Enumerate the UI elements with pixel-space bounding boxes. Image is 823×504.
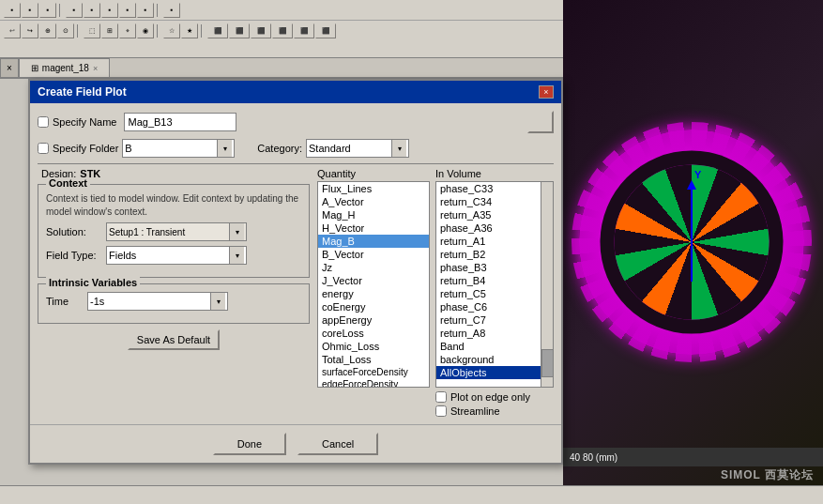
- toolbar-btn-1[interactable]: ▪: [4, 3, 21, 18]
- volume-item-phase-c33[interactable]: phase_C33: [436, 182, 553, 195]
- create-field-plot-dialog: Create Field Plot × Specify Name Mag_B13…: [28, 79, 563, 465]
- specify-name-checkbox[interactable]: [38, 116, 49, 128]
- toolbar-btn-r2-8[interactable]: ◉: [137, 23, 154, 38]
- scrollbar-indicator: [541, 182, 553, 387]
- toolbar-btn-r2-15[interactable]: ⬛: [294, 23, 314, 38]
- toolbar-btn-r2-12[interactable]: ⬛: [229, 23, 250, 38]
- solution-value: Setup1 : Transient: [109, 227, 229, 237]
- save-as-default-button[interactable]: Save As Default: [128, 329, 220, 350]
- quantity-listbox[interactable]: Flux_Lines A_Vector Mag_H H_Vector Mag_B…: [317, 181, 430, 388]
- quantity-item-appenergy[interactable]: appEnergy: [318, 313, 429, 327]
- toolbar-btn-r2-13[interactable]: ⬛: [251, 23, 271, 38]
- toolbar-btn-8[interactable]: ▪: [137, 3, 154, 18]
- quantity-section: Quantity Flux_Lines A_Vector Mag_H H_Vec…: [317, 168, 430, 417]
- time-dropdown[interactable]: -1s ▾: [87, 292, 228, 311]
- context-group-label: Context: [46, 177, 90, 189]
- toolbar-btn-3[interactable]: ▪: [39, 3, 56, 18]
- toolbar-btn-2[interactable]: ▪: [22, 3, 38, 18]
- toolbar-btn-r2-1[interactable]: ↩: [4, 23, 21, 38]
- quantity-item-mag-h[interactable]: Mag_H: [318, 208, 429, 221]
- quantity-item-a-vector[interactable]: A_Vector: [318, 195, 429, 208]
- quantity-item-surface-force[interactable]: surfaceForceDensity: [318, 366, 429, 378]
- tab-label: magent_18: [42, 63, 89, 73]
- streamline-checkbox[interactable]: [435, 405, 447, 417]
- quantity-item-total-loss[interactable]: Total_Loss: [318, 353, 429, 366]
- solution-label: Solution:: [46, 226, 102, 237]
- field-type-value: Fields: [109, 250, 229, 261]
- volume-item-phase-c6[interactable]: phase_C6: [436, 300, 553, 313]
- toolbar-area: ▪ ▪ ▪ ▪ ▪ ▪ ▪ ▪ ▪ ↩ ↪ ⊕ ⊙ ⬚ ⊞ ⌖ ◉ ☆ ★: [0, 0, 563, 58]
- category-dropdown[interactable]: Standard ▾: [306, 139, 409, 158]
- tab-magent18[interactable]: ⊞ magent_18 ×: [19, 58, 110, 77]
- volume-item-return-a35[interactable]: return_A35: [436, 208, 553, 221]
- toolbar-btn-9[interactable]: ▪: [163, 3, 180, 18]
- quantity-item-jz[interactable]: Jz: [318, 261, 429, 274]
- solution-arrow[interactable]: ▾: [229, 223, 244, 240]
- quantity-item-b-vector[interactable]: B_Vector: [318, 248, 429, 261]
- quantity-item-energy[interactable]: energy: [318, 287, 429, 300]
- toolbar-btn-4[interactable]: ▪: [66, 3, 83, 18]
- tab-close-x[interactable]: ×: [93, 64, 98, 73]
- in-volume-label: In Volume: [435, 168, 554, 179]
- dialog-title: Create Field Plot: [38, 85, 127, 99]
- volume-item-return-c5[interactable]: return_C5: [436, 287, 553, 300]
- specify-name-input[interactable]: [124, 113, 236, 131]
- volume-item-all-objects[interactable]: AllObjects: [436, 366, 553, 379]
- intrinsic-variables-label: Intrinsic Variables: [46, 277, 140, 288]
- toolbar-btn-6[interactable]: ▪: [101, 3, 118, 18]
- dialog-close-button[interactable]: ×: [539, 85, 554, 99]
- cancel-button[interactable]: Cancel: [297, 433, 378, 455]
- quantity-item-h-vector[interactable]: H_Vector: [318, 221, 429, 235]
- dialog-footer: Done Cancel: [30, 424, 561, 463]
- quantity-item-ohmic-loss[interactable]: Ohmic_Loss: [318, 340, 429, 353]
- specify-folder-checkbox[interactable]: [38, 143, 49, 154]
- volume-item-return-c7[interactable]: return_C7: [436, 313, 553, 327]
- toolbar-btn-r2-16[interactable]: ⬛: [315, 23, 336, 38]
- field-type-dropdown[interactable]: Fields ▾: [106, 246, 247, 265]
- tab-close-btn[interactable]: ×: [0, 58, 19, 77]
- volume-item-band[interactable]: Band: [436, 340, 553, 353]
- watermark: SIMOL 西莫论坛: [721, 467, 814, 483]
- time-label: Time: [46, 296, 84, 307]
- toolbar-btn-r2-6[interactable]: ⊞: [101, 23, 118, 38]
- in-volume-listbox[interactable]: phase_C33 return_C34 return_A35 phase_A3…: [435, 181, 554, 388]
- toolbar-btn-r2-3[interactable]: ⊕: [39, 23, 56, 38]
- toolbar-btn-5[interactable]: ▪: [84, 3, 100, 18]
- toolbar-btn-r2-2[interactable]: ↪: [22, 23, 38, 38]
- volume-item-phase-a36[interactable]: phase_A36: [436, 221, 553, 235]
- plot-edge-only-checkbox[interactable]: [435, 391, 447, 403]
- category-dropdown-arrow[interactable]: ▾: [391, 140, 406, 157]
- quantity-item-coreloss[interactable]: coreLoss: [318, 327, 429, 340]
- volume-item-return-a8[interactable]: return_A8: [436, 327, 553, 340]
- toolbar-btn-r2-4[interactable]: ⊙: [57, 23, 74, 38]
- toolbar-btn-r2-9[interactable]: ☆: [163, 23, 180, 38]
- quantity-item-j-vector[interactable]: J_Vector: [318, 274, 429, 287]
- quantity-item-mag-b[interactable]: Mag_B: [318, 235, 429, 248]
- toolbar-btn-r2-11[interactable]: ⬛: [207, 23, 228, 38]
- toolbar-btn-r2-14[interactable]: ⬛: [272, 23, 293, 38]
- folder-dropdown-arrow[interactable]: ▾: [217, 140, 232, 157]
- volume-item-phase-b3[interactable]: phase_B3: [436, 261, 553, 274]
- toolbar-btn-r2-7[interactable]: ⌖: [119, 23, 136, 38]
- quantity-item-flux-lines[interactable]: Flux_Lines: [318, 182, 429, 195]
- volume-item-return-b4[interactable]: return_B4: [436, 274, 553, 287]
- quantity-item-edge-force[interactable]: edgeForceDensity: [318, 378, 429, 388]
- specify-name-label: Specify Name: [53, 116, 116, 128]
- streamline-label: Streamline: [450, 405, 500, 417]
- volume-item-return-a1[interactable]: return_A1: [436, 235, 553, 248]
- solution-dropdown[interactable]: Setup1 : Transient ▾: [106, 222, 247, 241]
- done-button[interactable]: Done: [213, 433, 286, 455]
- volume-item-return-b2[interactable]: return_B2: [436, 248, 553, 261]
- volume-item-return-c34[interactable]: return_C34: [436, 195, 553, 208]
- y-axis-label: Y: [694, 169, 701, 180]
- toolbar-btn-7[interactable]: ▪: [119, 3, 136, 18]
- field-type-arrow[interactable]: ▾: [229, 247, 244, 264]
- time-arrow[interactable]: ▾: [210, 293, 225, 310]
- toolbar-btn-r2-10[interactable]: ★: [181, 23, 198, 38]
- fields-calculator-button[interactable]: [527, 111, 554, 133]
- quantity-item-coenergy[interactable]: coEnergy: [318, 300, 429, 313]
- specify-folder-dropdown[interactable]: B ▾: [122, 139, 235, 158]
- category-value: Standard: [309, 143, 391, 154]
- volume-item-background[interactable]: background: [436, 353, 553, 366]
- toolbar-btn-r2-5[interactable]: ⬚: [84, 23, 100, 38]
